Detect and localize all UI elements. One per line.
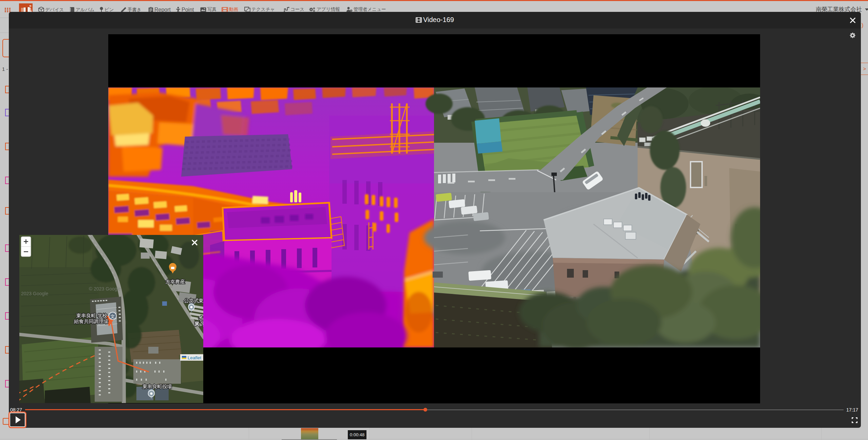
svg-text:大幸農産: 大幸農産	[165, 279, 185, 284]
svg-text:給食共同調理場: 給食共同調理場	[74, 319, 109, 324]
svg-text:© 2023 Google: © 2023 Google	[89, 286, 121, 292]
svg-text:公文式東: 公文式東	[184, 298, 203, 303]
svg-text:文: 文	[111, 314, 115, 319]
svg-text:東串良町役場: 東串良町役場	[143, 384, 172, 389]
svg-text:Leaflet: Leaflet	[188, 355, 202, 360]
svg-text:東串良町 学校: 東串良町 学校	[76, 313, 107, 318]
svg-text:N: N	[30, 5, 31, 7]
svg-text:2023 Google: 2023 Google	[21, 291, 48, 296]
